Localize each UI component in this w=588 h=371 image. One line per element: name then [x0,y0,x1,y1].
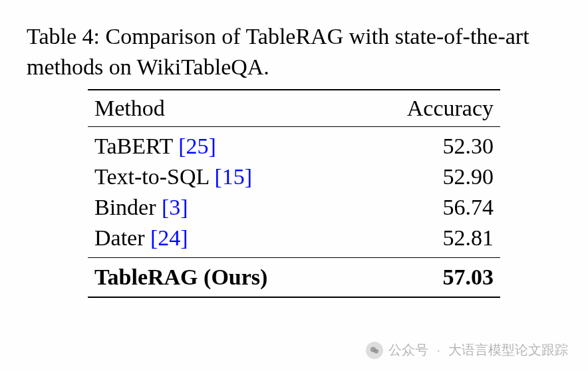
method-cell: Text-to-SQL [15] [88,162,357,192]
table-row: Binder [3] 56.74 [88,192,500,223]
accuracy-cell: 52.81 [357,223,500,258]
col-method: Method [88,90,357,127]
method-name: TaBERT [94,134,173,158]
wechat-icon [366,342,383,359]
method-cell: TaBERT [25] [88,126,357,162]
svg-point-1 [374,349,379,354]
watermark: 公众号 · 大语言模型论文跟踪 [366,341,568,359]
citation-link[interactable]: [24] [150,225,188,250]
method-name: Dater [94,225,145,250]
separator-dot: · [436,342,440,358]
table-caption: Table 4: Comparison of TableRAG with sta… [27,21,561,82]
accuracy-cell: 52.90 [357,162,500,192]
accuracy-cell: 57.03 [357,257,500,297]
table-row: TaBERT [25] 52.30 [88,126,500,162]
citation-link[interactable]: [15] [215,164,253,189]
watermark-source: 公众号 [388,341,428,359]
col-accuracy: Accuracy [357,90,500,127]
citation-link[interactable]: [25] [178,134,216,158]
method-cell: TableRAG (Ours) [88,257,357,297]
table-header-row: Method Accuracy [88,90,500,127]
method-name: Binder [94,195,156,219]
accuracy-cell: 52.30 [357,126,500,162]
table-container: Method Accuracy TaBERT [25] 52.30 Text-t… [27,89,561,298]
table-row: Dater [24] 52.81 [88,223,500,258]
method-name: Text-to-SQL [94,164,209,189]
table-row-final: TableRAG (Ours) 57.03 [88,257,500,297]
method-cell: Dater [24] [88,223,357,258]
citation-link[interactable]: [3] [162,195,188,219]
table-row: Text-to-SQL [15] 52.90 [88,162,500,192]
results-table: Method Accuracy TaBERT [25] 52.30 Text-t… [88,89,500,298]
watermark-name: 大语言模型论文跟踪 [448,341,568,359]
method-cell: Binder [3] [88,192,357,223]
accuracy-cell: 56.74 [357,192,500,223]
